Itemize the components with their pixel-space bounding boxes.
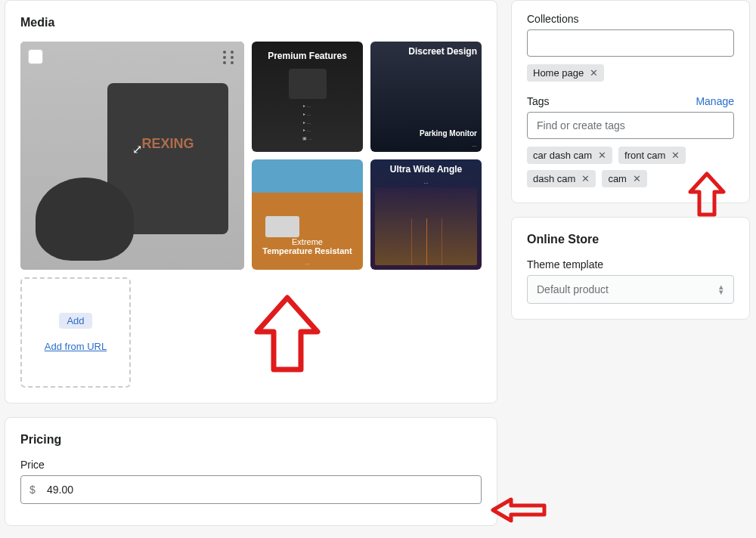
chip-label: front cam bbox=[624, 150, 665, 161]
drag-handle-icon[interactable] bbox=[222, 49, 237, 64]
media-card: Media REXING ⤢ Premium Features bbox=[5, 0, 497, 404]
thumb-title: ExtremeTemperature Resistant bbox=[262, 237, 352, 255]
price-input[interactable] bbox=[20, 475, 482, 504]
tag-chip[interactable]: front cam ✕ bbox=[618, 147, 686, 164]
tag-chip[interactable]: cam ✕ bbox=[602, 170, 647, 187]
online-store-title: Online Store bbox=[527, 233, 734, 246]
expand-icon: ⤢ bbox=[132, 142, 142, 156]
annotation-arrow-left-price bbox=[488, 495, 549, 525]
chip-label: Home page bbox=[533, 67, 584, 79]
collections-label: Collections bbox=[527, 13, 734, 25]
media-upload-dropzone[interactable]: Add Add from URL bbox=[20, 277, 131, 388]
media-thumb-4[interactable]: Ultra Wide Angle … bbox=[370, 159, 482, 270]
thumb-title: Premium Features bbox=[268, 51, 347, 61]
tags-label: Tags bbox=[527, 95, 550, 107]
thumb-title: Ultra Wide Angle bbox=[390, 164, 462, 175]
tag-chip[interactable]: car dash cam ✕ bbox=[527, 147, 612, 164]
remove-chip-icon[interactable]: ✕ bbox=[671, 150, 680, 160]
thumb-subtitle: Parking Monitor bbox=[420, 129, 477, 138]
remove-chip-icon[interactable]: ✕ bbox=[633, 174, 641, 184]
media-select-checkbox[interactable] bbox=[28, 49, 43, 64]
collection-chip-home-page[interactable]: Home page ✕ bbox=[527, 64, 604, 82]
add-from-url-link[interactable]: Add from URL bbox=[45, 341, 107, 352]
chip-label: dash cam bbox=[533, 173, 575, 184]
thumb-title: Discreet Design bbox=[408, 46, 477, 57]
media-thumb-1[interactable]: Premium Features ▸ … ▸ …▸ …▸ …▣ … bbox=[252, 42, 363, 152]
remove-chip-icon[interactable]: ✕ bbox=[598, 150, 606, 160]
media-thumb-2[interactable]: Discreet Design Parking Monitor … bbox=[370, 42, 482, 152]
price-label: Price bbox=[20, 459, 482, 471]
remove-chip-icon[interactable]: ✕ bbox=[581, 174, 590, 184]
pricing-title: Pricing bbox=[20, 433, 482, 447]
media-main-image[interactable]: REXING ⤢ bbox=[20, 42, 244, 270]
manage-tags-link[interactable]: Manage bbox=[696, 95, 734, 107]
media-grid: REXING ⤢ Premium Features ▸ … ▸ …▸ …▸ …▣… bbox=[20, 42, 482, 270]
tags-input[interactable] bbox=[527, 112, 734, 139]
chip-label: cam bbox=[608, 173, 627, 184]
tag-chip[interactable]: dash cam ✕ bbox=[527, 170, 596, 187]
currency-prefix: $ bbox=[29, 484, 36, 496]
pricing-card: Pricing Price $ bbox=[5, 417, 497, 526]
chip-label: car dash cam bbox=[533, 150, 592, 161]
add-media-button[interactable]: Add bbox=[59, 313, 91, 329]
media-thumb-3[interactable]: ExtremeTemperature Resistant /* keeping … bbox=[252, 159, 363, 270]
theme-template-select[interactable]: Default product bbox=[527, 275, 734, 304]
online-store-card: Online Store Theme template Default prod… bbox=[511, 217, 750, 320]
theme-template-label: Theme template bbox=[527, 258, 734, 271]
media-title: Media bbox=[20, 16, 482, 29]
collections-input[interactable] bbox=[527, 29, 734, 57]
remove-chip-icon[interactable]: ✕ bbox=[590, 68, 598, 78]
organization-card: Collections Home page ✕ Tags Manage car … bbox=[511, 0, 750, 203]
select-caret-icon: ▴▾ bbox=[719, 284, 723, 294]
